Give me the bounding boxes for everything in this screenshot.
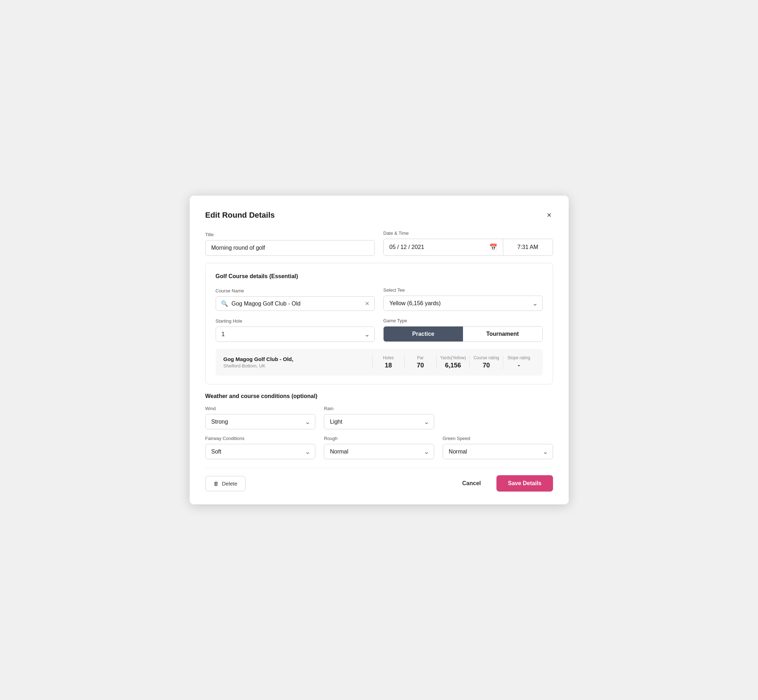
course-info-bar: Gog Magog Golf Club - Old, Shelford Bott…	[216, 349, 543, 376]
game-type-group: Game Type Practice Tournament	[383, 318, 543, 342]
wind-group: Wind Strong ⌄	[205, 406, 316, 429]
par-stat: Par 70	[404, 355, 436, 369]
time-input-wrap[interactable]: 7:31 AM	[503, 239, 553, 256]
course-rating-value: 70	[482, 362, 490, 369]
date-value: 05 / 12 / 2021	[389, 244, 424, 250]
conditions-section: Weather and course conditions (optional)…	[205, 393, 553, 459]
course-name-label: Course Name	[216, 288, 375, 294]
holes-value: 18	[385, 362, 392, 369]
rough-select-wrap: Normal ⌄	[324, 444, 434, 459]
rain-select-wrap: Light ⌄	[324, 414, 434, 429]
tournament-button[interactable]: Tournament	[463, 327, 542, 341]
edit-round-modal: Edit Round Details × Title Date & Time 0…	[190, 195, 568, 505]
rough-dropdown[interactable]: Normal	[324, 444, 434, 459]
starting-hole-group: Starting Hole 1 ⌄	[216, 318, 375, 342]
course-info-location: Shelford Bottom, UK	[224, 363, 372, 369]
game-type-toggle: Practice Tournament	[383, 326, 543, 342]
course-name-input[interactable]	[232, 300, 362, 307]
fairway-dropdown[interactable]: Soft	[205, 444, 316, 459]
hole-gametype-row: Starting Hole 1 ⌄ Game Type Practice Tou…	[216, 318, 543, 342]
delete-button[interactable]: 🗑 Delete	[205, 476, 246, 491]
title-input[interactable]	[205, 240, 375, 256]
slope-rating-stat: Slope rating -	[503, 355, 535, 369]
wind-rain-row: Wind Strong ⌄ Rain Light ⌄	[205, 406, 553, 429]
green-speed-select-wrap: Normal ⌄	[443, 444, 553, 459]
rain-group: Rain Light ⌄	[324, 406, 434, 429]
course-info-name-main: Gog Magog Golf Club - Old,	[224, 356, 372, 362]
course-info-name-group: Gog Magog Golf Club - Old, Shelford Bott…	[224, 356, 372, 369]
select-tee-dropdown[interactable]: Yellow (6,156 yards)	[383, 295, 543, 311]
clear-course-icon[interactable]: ✕	[365, 300, 370, 307]
green-speed-dropdown[interactable]: Normal	[443, 444, 553, 459]
rough-label: Rough	[324, 436, 434, 441]
datetime-group: Date & Time 05 / 12 / 2021 📅 7:31 AM	[383, 230, 553, 256]
trash-icon: 🗑	[213, 481, 219, 487]
game-type-label: Game Type	[383, 318, 543, 323]
time-value: 7:31 AM	[517, 244, 539, 250]
wind-select-wrap: Strong ⌄	[205, 414, 316, 429]
holes-label: Holes	[383, 355, 394, 360]
yards-value: 6,156	[445, 362, 461, 369]
title-group: Title	[205, 232, 375, 256]
search-icon: 🔍	[221, 300, 228, 307]
slope-rating-value: -	[518, 362, 520, 369]
select-tee-label: Select Tee	[383, 288, 543, 293]
fairway-rough-green-row: Fairway Conditions Soft ⌄ Rough Normal ⌄	[205, 436, 553, 459]
course-rating-label: Course rating	[473, 355, 499, 360]
modal-header: Edit Round Details ×	[205, 210, 553, 220]
course-name-wrap[interactable]: 🔍 ✕	[216, 296, 375, 311]
modal-title: Edit Round Details	[205, 211, 275, 220]
course-name-group: Course Name 🔍 ✕	[216, 288, 375, 311]
fairway-group: Fairway Conditions Soft ⌄	[205, 436, 316, 459]
fairway-label: Fairway Conditions	[205, 436, 316, 441]
date-input-wrap[interactable]: 05 / 12 / 2021 📅	[383, 239, 503, 256]
yards-label: Yards(Yellow)	[440, 355, 466, 360]
golf-course-section: Golf Course details (Essential) Course N…	[205, 263, 553, 384]
footer-right: Cancel Save Details	[457, 475, 553, 492]
close-button[interactable]: ×	[545, 210, 553, 220]
select-tee-wrap: Yellow (6,156 yards) ⌄	[383, 295, 543, 311]
starting-hole-wrap: 1 ⌄	[216, 327, 375, 342]
select-tee-group: Select Tee Yellow (6,156 yards) ⌄	[383, 288, 543, 311]
calendar-icon: 📅	[489, 243, 497, 251]
par-value: 70	[417, 362, 424, 369]
wind-dropdown[interactable]: Strong	[205, 414, 316, 429]
holes-stat: Holes 18	[372, 355, 404, 369]
golf-course-section-title: Golf Course details (Essential)	[216, 273, 543, 280]
course-rating-stat: Course rating 70	[469, 355, 503, 369]
date-time-inputs: 05 / 12 / 2021 📅 7:31 AM	[383, 239, 553, 256]
title-label: Title	[205, 232, 375, 237]
datetime-label: Date & Time	[383, 230, 553, 236]
conditions-title: Weather and course conditions (optional)	[205, 393, 553, 400]
starting-hole-dropdown[interactable]: 1	[216, 327, 375, 342]
cancel-button[interactable]: Cancel	[457, 477, 487, 490]
green-speed-label: Green Speed	[443, 436, 553, 441]
delete-label: Delete	[222, 481, 237, 487]
slope-rating-label: Slope rating	[507, 355, 530, 360]
save-button[interactable]: Save Details	[496, 475, 553, 492]
practice-button[interactable]: Practice	[384, 327, 463, 341]
starting-hole-label: Starting Hole	[216, 318, 375, 324]
rain-dropdown[interactable]: Light	[324, 414, 434, 429]
par-label: Par	[417, 355, 424, 360]
course-tee-row: Course Name 🔍 ✕ Select Tee Yellow (6,156…	[216, 288, 543, 311]
yards-stat: Yards(Yellow) 6,156	[436, 355, 470, 369]
fairway-select-wrap: Soft ⌄	[205, 444, 316, 459]
wind-label: Wind	[205, 406, 316, 411]
rain-label: Rain	[324, 406, 434, 411]
rough-group: Rough Normal ⌄	[324, 436, 434, 459]
green-speed-group: Green Speed Normal ⌄	[443, 436, 553, 459]
title-datetime-row: Title Date & Time 05 / 12 / 2021 📅 7:31 …	[205, 230, 553, 256]
footer-row: 🗑 Delete Cancel Save Details	[205, 468, 553, 492]
